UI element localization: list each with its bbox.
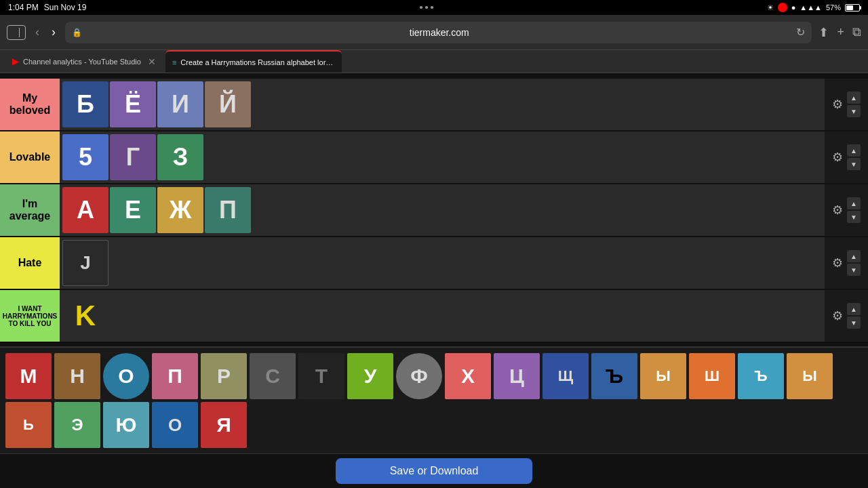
tab-youtube-title: Channel analytics - YouTube Studio — [23, 58, 141, 66]
tray-item-ih[interactable]: Ы — [640, 353, 686, 399]
tray-item-s[interactable]: С — [250, 353, 296, 399]
record-indicator — [778, 3, 787, 12]
tier-label-average: I'm average — [0, 184, 60, 236]
main-content: My beloved Б Ё И Й ⚙ ▲ ▼ Lovable 5 — [0, 73, 868, 488]
tier-label-kill-you: I WANT HARRYMATIONS TO KILL YOU — [0, 290, 60, 342]
tier-items-lovable[interactable]: 5 Г З — [60, 131, 825, 183]
down-button-average[interactable]: ▼ — [847, 211, 861, 223]
browser-action-buttons: ⬆ + ⧉ — [818, 25, 861, 40]
lock-icon: 🔒 — [72, 28, 82, 37]
tray-item-n[interactable]: Н — [54, 353, 100, 399]
tray-item-shch[interactable]: Щ — [542, 353, 589, 399]
tray-item-u[interactable]: У — [347, 353, 393, 399]
share-button[interactable]: ⬆ — [818, 25, 829, 40]
sidebar-toggle-button[interactable] — [7, 25, 26, 40]
tray-item-m[interactable]: М — [5, 353, 52, 399]
tray-item-yu[interactable]: Ю — [103, 402, 149, 448]
tab-youtube-close[interactable]: ✕ — [148, 57, 156, 66]
tier-item-yo[interactable]: Ё — [110, 81, 156, 127]
tier-item-b[interactable]: Б — [62, 81, 108, 127]
tier-item-g[interactable]: Г — [110, 134, 156, 180]
down-button-lovable[interactable]: ▼ — [847, 158, 861, 170]
tier-item-e[interactable]: Е — [110, 187, 156, 233]
youtube-favicon: ▶ — [12, 56, 19, 66]
address-bar[interactable]: 🔒 tiermaker.com ↻ — [65, 22, 812, 43]
tray-item-yermya[interactable]: Ь — [5, 402, 52, 448]
tray-item-kh[interactable]: Х — [445, 353, 491, 399]
battery-percent: 57% — [826, 3, 841, 12]
up-button-lovable[interactable]: ▲ — [847, 144, 861, 157]
battery-icon — [845, 4, 860, 12]
tier-row-lovable: Lovable 5 Г З ⚙ ▲ ▼ — [0, 131, 868, 183]
up-button-average[interactable]: ▲ — [847, 197, 861, 209]
tier-label-hate: Hate — [0, 237, 60, 289]
tier-controls-average: ⚙ ▲ ▼ — [825, 184, 868, 236]
tray-item-phi[interactable]: Ф — [396, 353, 442, 399]
forward-button[interactable]: › — [49, 24, 58, 41]
tier-item-5[interactable]: 5 — [62, 134, 108, 180]
tab-youtube[interactable]: ▶ Channel analytics - YouTube Studio ✕ — [5, 50, 163, 73]
up-button-hate[interactable]: ▲ — [847, 250, 861, 262]
gear-button-kill-you[interactable]: ⚙ — [832, 308, 843, 323]
down-button-kill-you[interactable]: ▼ — [847, 317, 861, 329]
tray-item-hard[interactable]: Ъ — [591, 353, 637, 399]
tier-label-my-beloved: My beloved — [0, 79, 60, 130]
reload-button[interactable]: ↻ — [796, 26, 805, 39]
tier-items-hate[interactable]: J — [60, 237, 825, 289]
down-button-hate[interactable]: ▼ — [847, 264, 861, 276]
tier-items-kill-you[interactable]: K — [60, 290, 825, 342]
tier-controls-lovable: ⚙ ▲ ▼ — [825, 131, 868, 183]
tier-list: My beloved Б Ё И Й ⚙ ▲ ▼ Lovable 5 — [0, 73, 868, 346]
tier-item-z[interactable]: З — [157, 134, 203, 180]
tray-item-yery[interactable]: Ы — [787, 353, 833, 399]
tray-item-o[interactable]: О — [103, 353, 149, 399]
back-button[interactable]: ‹ — [33, 24, 42, 41]
tier-items-average[interactable]: А Е Ж П — [60, 184, 825, 236]
browser-toolbar: ‹ › 🔒 tiermaker.com ↻ ⬆ + ⧉ — [0, 15, 868, 50]
wifi-icon: ● — [791, 3, 796, 12]
tray-item-t[interactable]: Т — [298, 353, 344, 399]
tier-item-i[interactable]: И — [157, 81, 203, 127]
tray-item-pi[interactable]: П — [152, 353, 198, 399]
tray-item-tv[interactable]: Ъ — [738, 353, 784, 399]
down-button-my-beloved[interactable]: ▼ — [847, 105, 861, 117]
tray-item-e2[interactable]: Э — [54, 402, 100, 448]
tier-item-zh[interactable]: Ж — [157, 187, 203, 233]
status-bar: 1:04 PM Sun Nov 19 ☀ ● ▲▲▲ 57% — [0, 0, 868, 15]
tray-item-ts[interactable]: Ц — [494, 353, 540, 399]
status-indicators: ☀ ● ▲▲▲ 57% — [767, 3, 860, 12]
items-tray: М Н О П Р С Т У Ф Х Ц Щ Ъ Ы Ш Ъ Ы Ь Э Ю … — [0, 346, 868, 453]
tier-row-my-beloved: My beloved Б Ё И Й ⚙ ▲ ▼ — [0, 79, 868, 130]
tab-tiermaker[interactable]: ≡ Create a Harrymations Russian alphabet… — [165, 50, 342, 73]
url-text: tiermaker.com — [86, 27, 792, 38]
tray-item-sh2[interactable]: Ш — [689, 353, 735, 399]
tier-items-my-beloved[interactable]: Б Ё И Й — [60, 79, 825, 130]
status-time: 1:04 PM — [8, 3, 39, 12]
tray-item-o2[interactable]: О — [152, 402, 198, 448]
tray-item-r[interactable]: Р — [201, 353, 247, 399]
gear-button-average[interactable]: ⚙ — [832, 203, 843, 218]
save-download-button[interactable]: Save or Download — [336, 458, 533, 484]
up-button-kill-you[interactable]: ▲ — [847, 303, 861, 315]
gear-button-hate[interactable]: ⚙ — [832, 256, 843, 270]
tier-item-ij[interactable]: Й — [205, 81, 251, 127]
arrow-buttons-hate: ▲ ▼ — [847, 250, 861, 276]
tiermaker-favicon: ≡ — [172, 58, 176, 66]
tier-item-j[interactable]: J — [62, 240, 108, 286]
tier-controls-hate: ⚙ ▲ ▼ — [825, 237, 868, 289]
gear-button-lovable[interactable]: ⚙ — [832, 150, 843, 165]
tier-row-average: I'm average А Е Ж П ⚙ ▲ ▼ — [0, 184, 868, 236]
gear-button-my-beloved[interactable]: ⚙ — [832, 97, 843, 112]
status-dots — [420, 6, 433, 9]
status-date: Sun Nov 19 — [44, 3, 87, 12]
new-tab-button[interactable]: + — [837, 25, 844, 39]
tier-item-a[interactable]: А — [62, 187, 108, 233]
tray-item-ya[interactable]: Я — [201, 402, 247, 448]
up-button-my-beloved[interactable]: ▲ — [847, 92, 861, 104]
arrow-buttons-lovable: ▲ ▼ — [847, 144, 861, 170]
tabs-button[interactable]: ⧉ — [852, 25, 861, 39]
tier-item-k[interactable]: K — [62, 293, 108, 339]
tier-item-p[interactable]: П — [205, 187, 251, 233]
tier-row-hate: Hate J ⚙ ▲ ▼ — [0, 237, 868, 289]
arrow-buttons-my-beloved: ▲ ▼ — [847, 92, 861, 117]
